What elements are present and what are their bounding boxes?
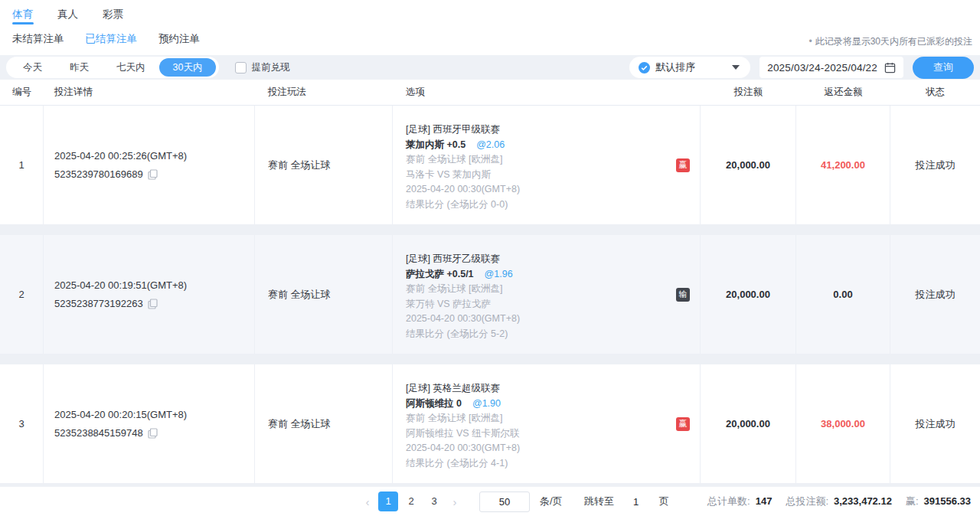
odds-value: @2.06 xyxy=(476,139,505,150)
jump-to-label: 跳转至 xyxy=(584,495,614,508)
early-cashout-label: 提前兑现 xyxy=(251,61,289,74)
table-body: 1 2025-04-20 00:25:26(GMT+8) 52352397801… xyxy=(0,106,980,486)
bet-options-cell: [足球] 西班牙甲级联赛 莱加内斯 +0.5@2.06 赛前 全场让球 [欧洲盘… xyxy=(393,106,701,224)
result-badge: 输 xyxy=(676,288,690,302)
filter-30-days[interactable]: 30天内 xyxy=(159,58,217,77)
bullet-icon: • xyxy=(808,36,812,47)
odds-value: @1.96 xyxy=(485,269,513,279)
date-range-value: 2025/03/24-2025/04/22 xyxy=(767,62,877,73)
filter-today[interactable]: 今天 xyxy=(9,58,56,77)
bet-status: 投注成功 xyxy=(890,235,980,354)
chevron-right-icon[interactable]: › xyxy=(447,495,462,508)
result-score: 结果比分 (全场比分 4-1) xyxy=(406,456,700,472)
chevron-down-icon xyxy=(732,65,740,70)
selection-line: 莱加内斯 +0.5@2.06 xyxy=(406,138,700,153)
league-name: [足球] 西班牙乙级联赛 xyxy=(406,252,700,267)
league-name: [足球] 西班牙甲级联赛 xyxy=(406,122,700,138)
bet-time: 2025-04-20 00:19:51(GMT+8) xyxy=(54,279,254,291)
calendar-icon xyxy=(884,62,896,73)
market-line: 赛前 全场让球 [欧洲盘] xyxy=(406,152,700,168)
page-button-3[interactable]: 3 xyxy=(424,492,444,511)
tab-reserved-bets[interactable]: 预约注单 xyxy=(158,32,200,46)
bet-play-type: 赛前 全场让球 xyxy=(255,106,393,224)
market-line: 赛前 全场让球 [欧洲盘] xyxy=(406,282,700,297)
filter-bar: 今天 昨天 七天内 30天内 提前兑现 默认排序 2025/03/24-2025… xyxy=(0,55,980,80)
bet-options-cell: [足球] 西班牙乙级联赛 萨拉戈萨 +0.5/1@1.96 赛前 全场让球 [欧… xyxy=(393,235,701,354)
bottom-bar: ‹ 1 2 3 › 条/页 跳转至 页 总计单数: 147 总投注额: 3,23… xyxy=(0,486,980,516)
result-score: 结果比分 (全场比分 5-2) xyxy=(406,327,700,342)
bet-details-cell: 2025-04-20 00:20:15(GMT+8) 5235238845159… xyxy=(44,364,255,483)
row-number: 2 xyxy=(0,235,44,354)
chevron-left-icon[interactable]: ‹ xyxy=(360,495,375,508)
column-header-amount: 投注额 xyxy=(701,86,796,99)
copy-icon[interactable] xyxy=(148,299,158,309)
bet-options-cell: [足球] 英格兰超级联赛 阿斯顿维拉 0@1.90 赛前 全场让球 [欧洲盘] … xyxy=(393,364,701,483)
copy-icon[interactable] xyxy=(148,169,158,180)
row-number: 1 xyxy=(0,106,44,224)
match-teams: 马洛卡 VS 莱加内斯 xyxy=(406,168,700,183)
table-row: 2 2025-04-20 00:19:51(GMT+8) 52352387731… xyxy=(0,235,980,354)
row-number: 3 xyxy=(0,364,44,483)
market-line: 赛前 全场让球 [欧洲盘] xyxy=(406,411,700,426)
result-score: 结果比分 (全场比分 0-0) xyxy=(406,198,700,213)
total-count-label: 总计单数: xyxy=(707,495,750,508)
match-time: 2025-04-20 00:30(GMT+8) xyxy=(406,441,700,456)
per-page-label: 条/页 xyxy=(540,495,563,508)
early-cashout-checkbox[interactable] xyxy=(235,62,247,73)
bet-status: 投注成功 xyxy=(890,106,980,224)
top-navigation: 体育 真人 彩票 未结算注单 已结算注单 预约注单 •此记录将显示30天内所有已… xyxy=(0,0,980,55)
totals-summary: 总计单数: 147 总投注额: 3,233,472.12 赢: 391556.3… xyxy=(694,495,971,508)
tab-live[interactable]: 真人 xyxy=(57,8,78,24)
bet-id: 5235238773192263 xyxy=(54,298,143,309)
bet-id: 5235238845159748 xyxy=(54,427,143,439)
sort-select[interactable]: 默认排序 xyxy=(629,57,750,78)
jump-page-input[interactable] xyxy=(623,492,649,511)
copy-icon[interactable] xyxy=(148,428,158,439)
bet-details-cell: 2025-04-20 00:25:26(GMT+8) 5235239780169… xyxy=(44,106,255,224)
selection-line: 萨拉戈萨 +0.5/1@1.96 xyxy=(406,267,700,282)
table-row: 1 2025-04-20 00:25:26(GMT+8) 52352397801… xyxy=(0,106,980,224)
tab-sports[interactable]: 体育 xyxy=(12,8,33,24)
bet-status: 投注成功 xyxy=(890,364,980,483)
settled-bets-page: 体育 真人 彩票 未结算注单 已结算注单 预约注单 •此记录将显示30天内所有已… xyxy=(0,0,980,516)
bet-amount: 20,000.00 xyxy=(701,235,796,354)
early-cashout-filter: 提前兑现 xyxy=(235,61,289,74)
total-amount-value: 3,233,472.12 xyxy=(834,495,892,507)
tab-lottery[interactable]: 彩票 xyxy=(103,8,123,24)
tab-unsettled-bets[interactable]: 未结算注单 xyxy=(12,32,64,46)
match-time: 2025-04-20 00:30(GMT+8) xyxy=(406,312,700,327)
bet-play-type: 赛前 全场让球 xyxy=(255,235,393,354)
tab-settled-bets[interactable]: 已结算注单 xyxy=(86,32,138,46)
page-size-input[interactable] xyxy=(479,492,530,512)
table-row: 3 2025-04-20 00:20:15(GMT+8) 52352388451… xyxy=(0,364,980,483)
bet-time: 2025-04-20 00:20:15(GMT+8) xyxy=(54,409,254,420)
filter-right-group: 默认排序 2025/03/24-2025/04/22 查询 xyxy=(629,57,974,79)
bet-id: 5235239780169689 xyxy=(54,168,143,180)
page-button-1[interactable]: 1 xyxy=(378,492,398,511)
filter-yesterday[interactable]: 昨天 xyxy=(56,58,103,77)
bet-amount: 20,000.00 xyxy=(701,106,796,224)
page-unit-label: 页 xyxy=(659,495,669,508)
column-header-no: 编号 xyxy=(0,86,44,99)
column-header-details: 投注详情 xyxy=(44,86,255,99)
match-time: 2025-04-20 00:30(GMT+8) xyxy=(406,182,700,198)
date-range-segment: 今天 昨天 七天内 30天内 xyxy=(6,57,219,78)
search-button[interactable]: 查询 xyxy=(913,57,974,79)
result-badge: 赢 xyxy=(676,158,690,172)
total-amount-label: 总投注额: xyxy=(786,495,828,508)
date-range-input[interactable]: 2025/03/24-2025/04/22 xyxy=(760,57,903,78)
page-button-2[interactable]: 2 xyxy=(401,492,421,511)
filter-7-days[interactable]: 七天内 xyxy=(103,58,159,77)
bet-play-type: 赛前 全场让球 xyxy=(255,364,393,483)
total-count-value: 147 xyxy=(756,495,773,507)
records-note: •此记录将显示30天内所有已派彩的投注 xyxy=(808,35,972,48)
total-win-value: 391556.33 xyxy=(924,495,971,507)
match-teams: 莱万特 VS 萨拉戈萨 xyxy=(406,297,700,312)
pagination: ‹ 1 2 3 › 条/页 跳转至 页 xyxy=(360,492,669,512)
primary-tabs: 体育 真人 彩票 xyxy=(0,0,980,24)
bet-details-cell: 2025-04-20 00:19:51(GMT+8) 5235238773192… xyxy=(44,235,255,354)
return-amount: 0.00 xyxy=(833,289,852,300)
bet-amount: 20,000.00 xyxy=(701,364,796,483)
return-amount: 41,200.00 xyxy=(821,159,865,171)
odds-value: @1.90 xyxy=(472,398,501,409)
